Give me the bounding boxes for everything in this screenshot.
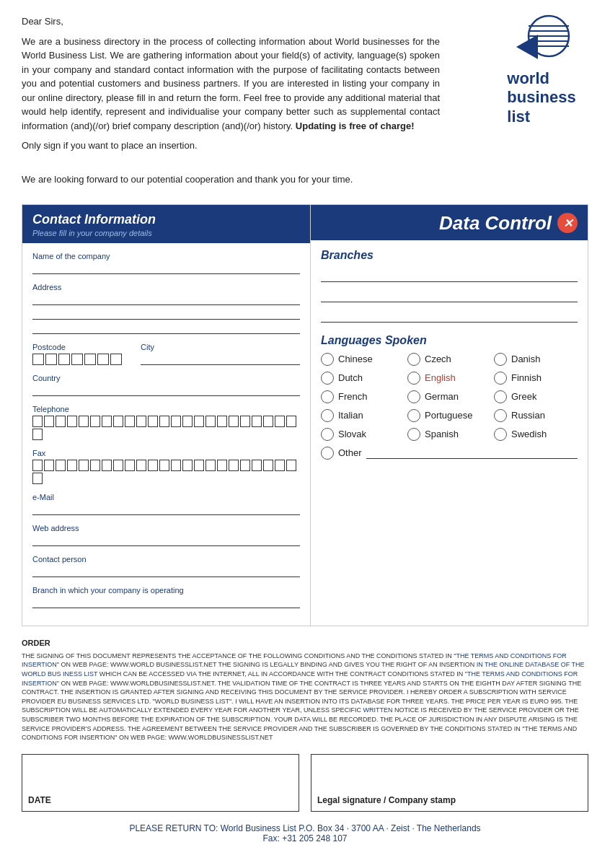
branch-input[interactable] [32,597,300,608]
fax-box-23[interactable] [286,460,296,471]
tel-box-18[interactable] [229,416,239,427]
tel-box-6[interactable] [90,416,100,427]
lang-french: French [321,390,405,403]
branch-input-2[interactable] [321,288,578,302]
fax-box-12[interactable] [159,460,169,471]
tel-box-9[interactable] [125,416,135,427]
fax-box-21[interactable] [263,460,273,471]
contact-person-input[interactable] [32,566,300,577]
branch-label: Branch in which your company is operatin… [32,586,300,595]
address-line1[interactable] [32,294,300,305]
country-input[interactable] [32,385,300,396]
order-title: ORDER [22,638,588,649]
postcode-box-2[interactable] [45,354,57,365]
branch-input-1[interactable] [321,268,578,282]
tel-box-3[interactable] [56,416,66,427]
fax-box-5[interactable] [79,460,89,471]
fax-box-6[interactable] [90,460,100,471]
tel-box-15[interactable] [194,416,204,427]
postcode-box-3[interactable] [58,354,70,365]
postcode-box-5[interactable] [84,354,96,365]
radio-other[interactable] [321,447,334,460]
fax-box-4[interactable] [67,460,77,471]
web-input[interactable] [32,535,300,546]
postcode-box-6[interactable] [97,354,109,365]
tel-box-23[interactable] [286,416,296,427]
tel-box-22[interactable] [275,416,285,427]
tel-box-5[interactable] [79,416,89,427]
tel-box-10[interactable] [136,416,146,427]
tel-box-20[interactable] [252,416,262,427]
radio-dutch[interactable] [321,372,334,385]
tel-box-19[interactable] [240,416,250,427]
fax-box-24[interactable] [32,473,43,484]
radio-portuguese[interactable] [407,409,420,422]
fax-box-7[interactable] [102,460,112,471]
country-label: Country [32,374,300,382]
address-line2[interactable] [32,308,300,320]
fax-box-3[interactable] [56,460,66,471]
tel-box-1[interactable] [32,416,43,427]
fax-box-16[interactable] [205,460,216,471]
postcode-box-7[interactable] [110,354,122,365]
tel-box-8[interactable] [113,416,123,427]
radio-swedish[interactable] [494,428,507,441]
radio-finnish[interactable] [494,372,507,385]
fax-box-11[interactable] [148,460,158,471]
tel-box-24[interactable] [32,429,43,440]
tel-box-11[interactable] [148,416,158,427]
tel-box-2[interactable] [44,416,54,427]
other-input[interactable] [366,447,578,459]
tel-box-21[interactable] [263,416,273,427]
radio-danish[interactable] [494,353,507,366]
fax-box-8[interactable] [113,460,123,471]
data-header: Data Control ✕ [311,205,588,240]
fax-box-19[interactable] [240,460,250,471]
telephone-field: Telephone [32,405,300,440]
radio-greek[interactable] [494,390,507,403]
tel-box-14[interactable] [182,416,193,427]
radio-russian[interactable] [494,409,507,422]
fax-box-13[interactable] [171,460,181,471]
radio-english[interactable] [407,372,420,385]
logo-icon [509,14,574,65]
radio-chinese[interactable] [321,353,334,366]
form-container: Contact Information Please fill in your … [22,204,588,626]
fax-box-10[interactable] [136,460,146,471]
postcode-box-4[interactable] [71,354,83,365]
fax-box-1[interactable] [32,460,43,471]
radio-slovak[interactable] [321,428,334,441]
legal-signature-label: Legal signature / Company stamp [317,795,456,805]
fax-box-14[interactable] [182,460,193,471]
address-line3[interactable] [32,323,300,334]
fax-box-2[interactable] [44,460,54,471]
tel-box-4[interactable] [67,416,77,427]
tel-box-17[interactable] [217,416,227,427]
bold-notice: Updating is free of charge! [296,120,415,131]
logo-text: world business list [507,69,575,126]
fax-box-18[interactable] [229,460,239,471]
branch-input-3[interactable] [321,308,578,323]
lang-italian-label: Italian [338,410,363,421]
fax-box-22[interactable] [275,460,285,471]
fax-box-9[interactable] [125,460,135,471]
tel-box-7[interactable] [102,416,112,427]
tel-box-12[interactable] [159,416,169,427]
fax-box-15[interactable] [194,460,204,471]
tel-box-16[interactable] [205,416,216,427]
fax-box-17[interactable] [217,460,227,471]
postcode-boxes [32,354,133,365]
city-input[interactable] [141,354,300,365]
lang-german-label: German [425,391,459,402]
radio-spanish[interactable] [407,428,420,441]
radio-german[interactable] [407,390,420,403]
radio-czech[interactable] [407,353,420,366]
radio-italian[interactable] [321,409,334,422]
email-input[interactable] [32,504,300,515]
company-name-input[interactable] [32,263,300,274]
radio-french[interactable] [321,390,334,403]
fax-box-20[interactable] [252,460,262,471]
postcode-box-1[interactable] [32,354,44,365]
tel-box-13[interactable] [171,416,181,427]
postcode-area: Postcode [32,343,133,365]
